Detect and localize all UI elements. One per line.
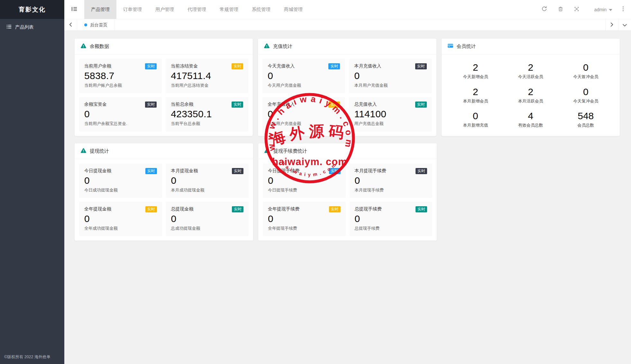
stat-label: 今天充值收入 bbox=[268, 63, 295, 69]
member-stat: 4 有效会员总数 bbox=[503, 111, 558, 128]
member-stat-value: 2 bbox=[503, 86, 558, 97]
nav-tab-user[interactable]: 用户管理 bbox=[149, 0, 181, 19]
member-stat-value: 0 bbox=[558, 86, 613, 97]
stat-value: 0 bbox=[171, 213, 244, 224]
card-title: 余额数据 bbox=[90, 43, 109, 49]
stat-sub: 本月用户充值金额 bbox=[354, 83, 426, 88]
stat-box: 今日提现金额 实时 0 今日成功提现金额 bbox=[79, 164, 162, 198]
nav-tab-product[interactable]: 产品管理 bbox=[84, 0, 116, 19]
caret-down-icon bbox=[609, 7, 612, 12]
stat-label: 总提现金额 bbox=[171, 206, 194, 212]
nav-tab-general[interactable]: 常规管理 bbox=[213, 0, 245, 19]
card-title: 充值统计 bbox=[273, 43, 292, 49]
stat-sub: 本月提现手续费 bbox=[355, 187, 427, 193]
card-recharge: 充值统计 今天充值收入 实时 0 今天用户充值金额 本月充值收入 bbox=[258, 38, 436, 136]
stat-box: 当前总余额 实时 423350.1 当前平台总余额 bbox=[166, 97, 248, 131]
stat-sub: 全年提现手续费 bbox=[268, 226, 341, 231]
stat-value: 0 bbox=[268, 70, 340, 81]
chevron-down-icon bbox=[623, 22, 627, 28]
nav-tab-order[interactable]: 订单管理 bbox=[116, 0, 149, 19]
member-stat-label: 本月活跃会员 bbox=[503, 98, 558, 104]
stat-box: 全年提现金额 实时 0 全年成功提现金额 bbox=[79, 202, 162, 236]
stat-value: 417511.4 bbox=[171, 70, 243, 81]
main-nav: 产品管理 订单管理 用户管理 代理管理 常规管理 系统管理 商城管理 bbox=[84, 0, 309, 19]
card-header: 提现统计 bbox=[75, 143, 253, 159]
warning-icon bbox=[264, 147, 270, 155]
realtime-badge: 实时 bbox=[232, 206, 243, 212]
sidebar-item-product-list[interactable]: 产品列表 bbox=[0, 19, 64, 35]
realtime-badge: 实时 bbox=[329, 168, 341, 174]
stat-sub: 全年用户充值金额 bbox=[268, 121, 340, 127]
membership-card-icon bbox=[447, 43, 453, 50]
realtime-badge: 实时 bbox=[328, 102, 340, 108]
stat-box: 今天充值收入 实时 0 今天用户充值金额 bbox=[262, 59, 345, 93]
page-tab-home[interactable]: 后台首页 bbox=[77, 19, 115, 31]
more-menu-button[interactable] bbox=[617, 0, 628, 19]
stat-value: 0 bbox=[355, 175, 427, 186]
member-stat-value: 4 bbox=[503, 111, 558, 121]
fullscreen-button[interactable] bbox=[569, 0, 585, 19]
nav-tab-agent[interactable]: 代理管理 bbox=[181, 0, 213, 19]
member-stat: 0 本月新增充值 bbox=[448, 111, 503, 128]
page-tabbar: 后台首页 bbox=[64, 19, 631, 31]
refresh-button[interactable] bbox=[536, 0, 553, 19]
member-stat-label: 本月新增会员 bbox=[448, 98, 503, 104]
tabs-scroll-right-button[interactable] bbox=[605, 19, 618, 31]
tabs-menu-button[interactable] bbox=[618, 19, 631, 31]
refresh-icon bbox=[541, 6, 547, 13]
member-stat-label: 会员总数 bbox=[558, 122, 613, 128]
realtime-badge: 实时 bbox=[415, 63, 427, 69]
list-icon bbox=[6, 24, 12, 30]
sidebar-collapse-button[interactable] bbox=[64, 0, 84, 19]
member-stat: 2 本月活跃会员 bbox=[503, 86, 558, 104]
trash-icon bbox=[558, 6, 563, 13]
stat-value: 0 bbox=[268, 109, 340, 120]
empty-slot bbox=[442, 143, 620, 241]
card-body: 2 今天新增会员 2 今天活跃会员 0 今天首冲会员 2 本月新增会员 bbox=[442, 54, 620, 136]
warning-icon bbox=[80, 43, 87, 50]
nav-tab-mall[interactable]: 商城管理 bbox=[277, 0, 309, 19]
stat-label: 全年充值收入 bbox=[268, 102, 295, 107]
member-stat: 2 今天新增会员 bbox=[448, 62, 503, 80]
stat-label: 今日提现手续费 bbox=[268, 168, 299, 174]
chevron-left-icon bbox=[69, 22, 72, 28]
member-stat-value: 2 bbox=[448, 62, 503, 73]
member-stat-label: 今天新增会员 bbox=[448, 74, 503, 80]
stat-value: 423350.1 bbox=[171, 109, 243, 120]
stat-box: 当前冻结资金 实时 417511.4 当前用户总冻结资金 bbox=[166, 59, 248, 93]
tabs-scroll-left-button[interactable] bbox=[64, 19, 77, 31]
realtime-badge: 实时 bbox=[328, 63, 340, 69]
stat-label: 总充值收入 bbox=[354, 102, 377, 107]
card-withdraw-fee: 提现手续费统计 今日提现手续费 实时 0 今日提现手续费 本月提现手续费 bbox=[258, 143, 437, 241]
username: admin bbox=[594, 7, 607, 12]
realtime-badge: 实时 bbox=[145, 102, 157, 108]
realtime-badge: 实时 bbox=[145, 63, 157, 69]
realtime-badge: 实时 bbox=[232, 102, 243, 108]
card-withdraw: 提现统计 今日提现金额 实时 0 今日成功提现金额 本月提现金额 bbox=[74, 143, 253, 241]
stat-value: 0 bbox=[84, 175, 157, 186]
card-title: 提现手续费统计 bbox=[273, 148, 307, 154]
realtime-badge: 实时 bbox=[145, 206, 157, 212]
realtime-badge: 实时 bbox=[329, 206, 341, 212]
user-menu[interactable]: admin bbox=[594, 7, 612, 12]
stat-sub: 总提现手续费 bbox=[355, 226, 427, 231]
member-stat-label: 今天首冲会员 bbox=[558, 74, 613, 80]
member-stat: 2 本月新增会员 bbox=[448, 86, 503, 104]
copyright-text: ©版权所有 2022 海外抢单 bbox=[4, 354, 50, 360]
stat-label: 总提现手续费 bbox=[355, 206, 382, 212]
card-title: 提现统计 bbox=[90, 148, 109, 154]
stat-sub: 当前用户总冻结资金 bbox=[171, 83, 243, 88]
stat-box: 本月提现手续费 实时 0 本月提现手续费 bbox=[350, 164, 433, 198]
member-stat-value: 2 bbox=[503, 62, 558, 73]
clear-cache-button[interactable] bbox=[553, 0, 569, 19]
stat-value: 0 bbox=[84, 213, 157, 224]
realtime-badge: 实时 bbox=[145, 168, 157, 174]
nav-tab-system[interactable]: 系统管理 bbox=[245, 0, 277, 19]
fullscreen-icon bbox=[574, 6, 580, 13]
stat-box: 总提现金额 实时 0 总成功提现金额 bbox=[166, 202, 249, 236]
card-row-2: 提现统计 今日提现金额 实时 0 今日成功提现金额 本月提现金额 bbox=[74, 143, 620, 241]
members-grid: 2 今天新增会员 2 今天活跃会员 0 今天首冲会员 2 本月新增会员 bbox=[446, 59, 615, 131]
card-body: 今日提现金额 实时 0 今日成功提现金额 本月提现金额 实时 0 本月成功提现金… bbox=[75, 159, 253, 241]
stat-sub: 今日提现手续费 bbox=[268, 187, 341, 193]
stat-box: 总提现手续费 实时 0 总提现手续费 bbox=[350, 202, 433, 236]
